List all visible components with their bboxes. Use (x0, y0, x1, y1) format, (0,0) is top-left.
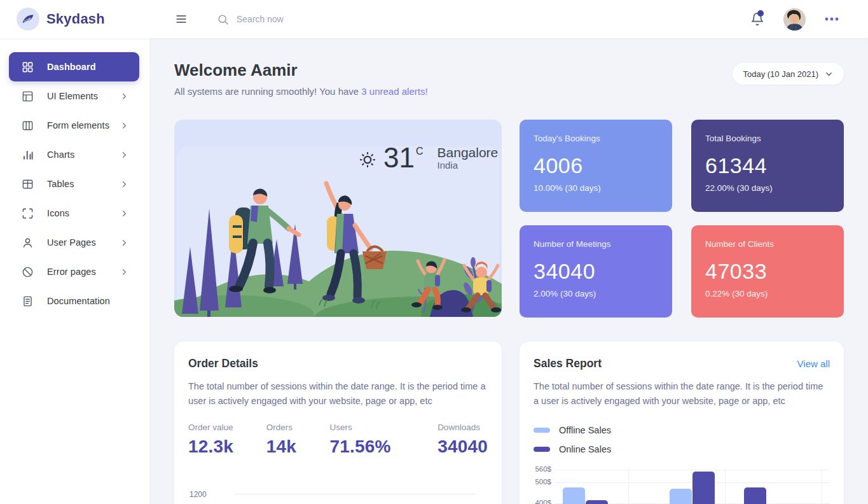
frame-icon (22, 207, 34, 220)
sidebar-item-tables[interactable]: Tables (9, 169, 139, 199)
main-content: Welcome Aamir All systems are running sm… (149, 0, 868, 504)
sidebar-item-dashboard[interactable]: Dashboard (9, 52, 139, 81)
search-bar (217, 13, 376, 25)
stat-card-today-s-bookings[interactable]: Today's Bookings 4006 10.00% (30 days) (520, 120, 672, 212)
chevron-right-icon (120, 267, 129, 277)
stat-card-value: 4006 (534, 154, 658, 178)
sidebar-item-label: Charts (47, 150, 74, 160)
sidebar-item-form-elements[interactable]: Form elements (9, 111, 139, 140)
sidebar: Dashboard UI Elements Form elements Char… (0, 38, 149, 504)
sidebar-item-icons[interactable]: Icons (9, 199, 139, 228)
order-stat: Downloads 34040 (437, 423, 488, 457)
bar-offline-sales[interactable] (563, 487, 585, 504)
weather-widget: 31 C Bangalore India (358, 144, 498, 172)
stat-card-number-of-meetings[interactable]: Number of Meetings 34040 2.00% (30 days) (520, 225, 672, 318)
order-stat-label: Downloads (437, 423, 488, 432)
sales-report-description: The total number of sessions within the … (534, 379, 830, 409)
sidebar-item-label: UI Elements (47, 91, 98, 101)
columns-icon (22, 120, 34, 132)
stat-card-change: 10.00% (30 days) (534, 183, 658, 193)
sidebar-item-documentation[interactable]: Documentation (9, 286, 139, 316)
chevron-right-icon (120, 238, 129, 248)
ellipsis-icon[interactable] (825, 16, 839, 22)
sidebar-item-label: User Pages (47, 237, 96, 248)
legend-item: Offline Sales (534, 423, 830, 438)
gridline (628, 468, 629, 504)
bar-online-sales[interactable] (586, 500, 608, 504)
grid-icon (22, 61, 34, 73)
stat-card-value: 47033 (705, 260, 830, 283)
temperature-value: 31 (383, 144, 415, 172)
date-filter-dropdown[interactable]: Today (10 Jan 2021) (733, 63, 844, 85)
stat-cards-grid: Today's Bookings 4006 10.00% (30 days) T… (520, 120, 844, 318)
stat-card-number-of-clients[interactable]: Number of Clients 47033 0.22% (30 days) (691, 225, 844, 318)
hamburger-menu-icon[interactable] (175, 13, 188, 25)
sun-icon (358, 150, 377, 169)
order-stats-row: Order value 12.3k Orders 14k Users 71.56… (188, 423, 488, 457)
file-text-icon (22, 295, 34, 307)
avatar[interactable] (783, 8, 806, 31)
chevron-right-icon (120, 150, 129, 160)
stat-card-title: Today's Bookings (534, 134, 658, 143)
gridline (555, 470, 830, 470)
order-stat-label: Users (330, 423, 438, 432)
order-stat-value: 71.56% (330, 437, 438, 457)
stat-card-title: Total Bookings (705, 134, 830, 143)
legend-swatch (534, 428, 550, 433)
bell-icon[interactable] (750, 12, 764, 26)
stat-card-value: 61344 (705, 154, 830, 178)
legend-item: Online Sales (534, 442, 830, 457)
bar-chart-icon (22, 149, 34, 161)
order-stat: Order value 12.3k (188, 423, 266, 457)
chevron-right-icon (120, 209, 129, 218)
y-axis-tick: 560$ (534, 465, 551, 473)
layout-icon (22, 90, 34, 102)
slash-circle-icon (22, 266, 34, 278)
order-stat: Orders 14k (266, 423, 330, 457)
stat-card-value: 34040 (534, 260, 658, 283)
weather-country: India (437, 160, 499, 171)
top-navbar: Skydash (0, 0, 868, 38)
order-stat-value: 14k (266, 437, 330, 457)
gridline (234, 494, 475, 494)
subtitle-text: All systems are running smoothly! You ha… (174, 86, 359, 97)
y-axis-tick: 400$ (534, 499, 551, 504)
notification-dot (757, 10, 764, 17)
skydash-logo (17, 8, 39, 31)
view-all-link[interactable]: View all (797, 358, 830, 369)
unread-alerts-link[interactable]: 3 unread alerts! (361, 86, 427, 97)
sales-bar-chart: 560$500$400$ (534, 465, 830, 504)
stat-card-change: 2.00% (30 days) (534, 289, 658, 298)
sidebar-item-ui-elements[interactable]: UI Elements (9, 81, 139, 111)
order-details-chart: 1200 (188, 490, 488, 499)
date-filter-label: Today (10 Jan 2021) (743, 69, 818, 79)
chevron-down-icon (824, 69, 834, 79)
bar-online-sales[interactable] (744, 487, 766, 504)
order-stat: Users 71.56% (330, 423, 438, 457)
order-stat-label: Orders (266, 423, 330, 432)
sidebar-item-error-pages[interactable]: Error pages (9, 257, 139, 286)
gridline (725, 468, 726, 504)
chevron-right-icon (120, 179, 129, 189)
welcome-block: Welcome Aamir All systems are running sm… (174, 60, 428, 97)
sidebar-item-charts[interactable]: Charts (9, 140, 139, 169)
sidebar-item-label: Dashboard (47, 62, 96, 72)
bar-offline-sales[interactable] (670, 489, 692, 504)
search-icon (217, 13, 229, 25)
feather-icon (22, 13, 34, 25)
legend-label: Online Sales (559, 444, 611, 454)
brand-name: Skydash (46, 11, 105, 27)
sidebar-item-user-pages[interactable]: User Pages (9, 228, 139, 257)
sales-report-title: Sales Report (534, 357, 602, 370)
brand[interactable]: Skydash (0, 8, 149, 31)
temperature-unit: C (416, 146, 424, 157)
order-stat-value: 12.3k (188, 437, 266, 457)
weather-card: 31 C Bangalore India (174, 120, 502, 317)
search-input[interactable] (237, 14, 376, 24)
user-icon (22, 237, 34, 249)
stat-card-total-bookings[interactable]: Total Bookings 61344 22.00% (30 days) (691, 120, 844, 212)
sales-report-card: Sales Report View all The total number o… (520, 342, 844, 504)
chevron-right-icon (120, 121, 129, 130)
bar-online-sales[interactable] (692, 472, 715, 504)
sidebar-item-label: Error pages (47, 267, 96, 277)
